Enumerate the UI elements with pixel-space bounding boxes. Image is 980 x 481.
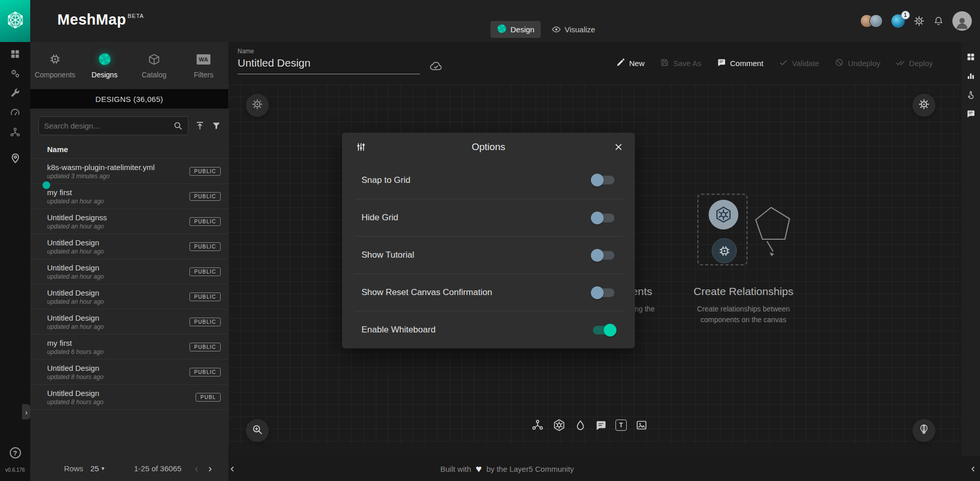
- floppy-icon: [660, 58, 669, 69]
- filter-funnel-icon[interactable]: [211, 121, 221, 131]
- validate-button[interactable]: Validate: [779, 58, 819, 69]
- design-list-item[interactable]: Untitled Design updated an hour ago PUBL…: [30, 234, 228, 259]
- design-list-item[interactable]: Untitled Design updated an hour ago PUBL…: [30, 284, 228, 309]
- metrics-icon[interactable]: [966, 71, 975, 80]
- design-updated: updated 8 hours ago: [47, 399, 103, 406]
- show-reset-canvas-confirmation-toggle[interactable]: [593, 288, 614, 297]
- design-list-item[interactable]: Untitled Designss updated an hour ago PU…: [30, 209, 228, 234]
- visibility-badge: PUBLIC: [189, 167, 221, 176]
- extensions-icon[interactable]: [10, 127, 20, 138]
- catalog-cube-icon: [148, 53, 160, 66]
- gesture-icon[interactable]: [966, 90, 975, 99]
- cloud-saved-icon: [429, 59, 443, 75]
- help-button[interactable]: ?: [10, 447, 21, 458]
- presence-dot: [42, 181, 50, 189]
- design-updated: updated 6 hours ago: [47, 348, 103, 355]
- canvas-config-button[interactable]: [246, 94, 269, 117]
- design-name-input[interactable]: [238, 57, 420, 74]
- collapse-right-panel-chevron[interactable]: ‹: [971, 456, 975, 481]
- comment-dock-icon[interactable]: [595, 420, 607, 431]
- design-list-item[interactable]: k8s-wasm-plugin-ratelimiter.yml updated …: [30, 159, 228, 184]
- dashboard-icon[interactable]: [10, 49, 20, 59]
- design-updated: updated an hour ago: [47, 298, 104, 305]
- collapse-left-panel-chevron[interactable]: ‹: [230, 456, 234, 481]
- visibility-badge: PUBLIC: [189, 292, 221, 301]
- undeploy-button[interactable]: Undeploy: [835, 58, 880, 69]
- top-header: MeshMapBETA Design Visualize 1: [0, 0, 980, 42]
- design-list-item[interactable]: my first updated an hour ago PUBLIC: [30, 184, 228, 209]
- comments-icon[interactable]: [966, 109, 975, 118]
- options-list: Snap to Grid Hide Grid Show Tutorial Sho…: [342, 161, 635, 348]
- close-icon[interactable]: [613, 142, 624, 152]
- design-list-item[interactable]: Untitled Design updated 8 hours ago PUBL: [30, 385, 228, 410]
- search-icon[interactable]: [173, 121, 183, 131]
- media-dock-icon[interactable]: [635, 419, 648, 431]
- gear-icon: [918, 98, 930, 112]
- snap-to-grid-toggle[interactable]: [593, 176, 614, 184]
- comment-icon: [717, 58, 726, 69]
- hide-grid-toggle[interactable]: [593, 214, 614, 222]
- import-design-icon[interactable]: [195, 120, 205, 131]
- notifications-bell-icon[interactable]: [933, 16, 944, 26]
- new-button[interactable]: New: [616, 58, 645, 69]
- rows-per-page-select[interactable]: 25 ▾: [91, 464, 104, 473]
- next-page-button[interactable]: ›: [208, 463, 212, 474]
- design-toolbar: Name New Save As Comment Validate Und: [228, 42, 962, 85]
- relationship-illustration: [697, 194, 748, 265]
- designs-panel: Components Designs Catalog WA Filters DE…: [30, 42, 228, 481]
- configuration-icon[interactable]: [10, 88, 20, 98]
- widgets-icon[interactable]: [966, 52, 975, 61]
- option-row: Show Reset Canvas Confirmation: [354, 274, 623, 311]
- search-box: [38, 116, 188, 135]
- tab-filters[interactable]: WA Filters: [179, 42, 228, 89]
- search-input[interactable]: [44, 121, 173, 130]
- canvas-settings-button[interactable]: [912, 94, 935, 117]
- design-list-item[interactable]: Untitled Design updated an hour ago PUBL…: [30, 309, 228, 334]
- components-dock-icon[interactable]: [531, 419, 544, 431]
- expand-rail-chevron[interactable]: ›: [22, 404, 31, 420]
- layer5-logo[interactable]: [0, 0, 30, 42]
- kubernetes-dock-icon[interactable]: [552, 419, 566, 432]
- header-right: 1: [860, 0, 972, 42]
- save-as-button[interactable]: Save As: [660, 58, 701, 69]
- design-mode-button[interactable]: Design: [491, 21, 541, 38]
- lifecycle-icon[interactable]: [10, 68, 20, 79]
- comment-button[interactable]: Comment: [717, 58, 763, 69]
- enable-whiteboard-toggle[interactable]: [593, 326, 614, 334]
- design-list-item[interactable]: Untitled Design updated 8 hours ago PUBL…: [30, 360, 228, 385]
- tab-components[interactable]: Components: [30, 42, 80, 89]
- design-list-item[interactable]: my first updated 6 hours ago PUBLIC: [30, 334, 228, 360]
- design-updated: updated 8 hours ago: [47, 373, 103, 381]
- settings-gear-icon[interactable]: [913, 15, 925, 27]
- create-relationships-card: Create Relationships Create relationship…: [677, 285, 810, 325]
- tune-icon: [355, 141, 367, 153]
- collaborator-avatars: [860, 14, 883, 28]
- meshmap-pin-icon[interactable]: [10, 153, 21, 164]
- check-icon: [779, 58, 788, 69]
- deploy-button[interactable]: Deploy: [896, 58, 933, 69]
- tab-designs[interactable]: Designs: [80, 42, 130, 89]
- performance-icon[interactable]: [10, 107, 20, 118]
- provider-icon[interactable]: 1: [891, 14, 905, 28]
- canvas-dock: T: [531, 419, 648, 432]
- tab-catalog[interactable]: Catalog: [130, 42, 179, 89]
- beta-tag: BETA: [127, 13, 144, 19]
- visibility-badge: PUBLIC: [189, 217, 221, 226]
- notification-count-badge: 1: [901, 11, 910, 19]
- option-label: Show Reset Canvas Confirmation: [361, 287, 492, 298]
- show-tutorial-toggle[interactable]: [593, 251, 614, 260]
- prev-page-button[interactable]: ‹: [195, 463, 198, 474]
- balloon-tour-button[interactable]: [912, 419, 935, 442]
- collaborator-avatar-2[interactable]: [869, 14, 883, 28]
- user-avatar[interactable]: [952, 11, 972, 31]
- option-label: Hide Grid: [361, 213, 398, 223]
- design-updated: updated an hour ago: [47, 198, 104, 205]
- zoom-in-button[interactable]: [246, 419, 269, 442]
- shapes-dock-icon[interactable]: [574, 420, 586, 431]
- design-name: Untitled Designss: [47, 213, 107, 222]
- text-tool-icon[interactable]: T: [615, 420, 627, 431]
- design-name: k8s-wasm-plugin-ratelimiter.yml: [47, 163, 155, 172]
- design-list-item[interactable]: Untitled Design updated an hour ago PUBL…: [30, 259, 228, 284]
- caret-down-icon: ▾: [101, 465, 104, 472]
- visualize-mode-button[interactable]: Visualize: [545, 21, 602, 38]
